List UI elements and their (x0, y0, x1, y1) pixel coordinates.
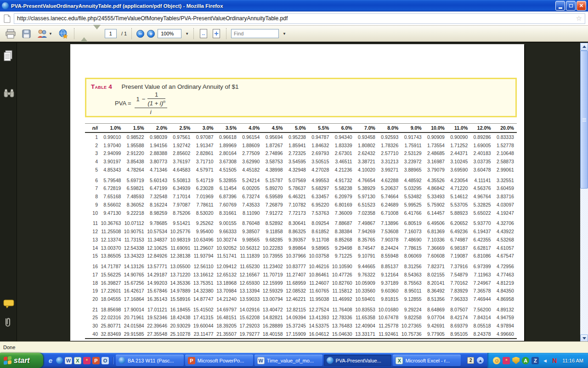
zoom-dropdown-icon[interactable]: ▼ (185, 32, 189, 36)
bookmark-star-icon[interactable]: ☆ (576, 14, 582, 23)
comments-icon[interactable] (3, 299, 14, 310)
taskbar-button-label: Time_value_of_mo... (267, 358, 320, 363)
column-header: 8.0% (378, 125, 401, 131)
value-cell: 3.83716 (494, 194, 517, 199)
value-cell: 6.71008 (378, 210, 401, 216)
restore-button[interactable] (566, 1, 576, 11)
page-proxy-icon[interactable] (0, 14, 14, 23)
zonealarm-icon[interactable]: Z (531, 357, 539, 364)
page-up-icon[interactable] (79, 27, 89, 40)
value-cell: 8.75206 (170, 210, 193, 216)
value-cell: 4.94759 (494, 315, 517, 320)
hide-icons-chevron[interactable]: ▲ (477, 357, 484, 364)
key-icon[interactable]: * (503, 357, 510, 364)
value-cell: 4.86842 (424, 185, 447, 191)
value-cell: 8.06069 (401, 253, 424, 259)
value-cell: 7.60769 (216, 202, 239, 207)
taskbar-button[interactable]: PMicrosoft PowerPo... (185, 355, 253, 366)
value-cell: 15.04630 (332, 331, 355, 337)
minimize-button[interactable] (555, 1, 565, 11)
shield-icon[interactable] (512, 357, 520, 364)
value-cell: 3.76197 (170, 159, 193, 164)
value-cell: 8.36492 (424, 288, 447, 293)
volume-icon[interactable]: ◄ (541, 357, 548, 364)
period-cell: 16 (85, 264, 101, 269)
value-cell: 3.16987 (424, 159, 447, 164)
fit-page-icon[interactable]: ✛ (211, 27, 221, 40)
taskbar-button[interactable]: BA 213 W11 (Pasc... (116, 355, 184, 366)
column-header: 9.0% (401, 125, 424, 131)
attachments-icon[interactable] (3, 317, 12, 330)
outlook-icon[interactable]: O (102, 357, 109, 364)
title-bar: PVA-PresentValueOrdinaryAnnuityTable.pdf… (0, 0, 588, 12)
taskbar-button[interactable]: XMicrosoft Excel - r... (393, 355, 461, 366)
value-cell: 8.75563 (401, 280, 424, 286)
value-cell: 3.80773 (147, 159, 170, 164)
value-cell: 12.15999 (262, 280, 285, 286)
url-input[interactable]: http://classes.lanecc.edu/file.php/24555… (14, 13, 585, 24)
zoom-out-icon[interactable]: − (136, 30, 144, 38)
value-cell: 14.99203 (147, 280, 170, 286)
value-cell: 9.89864 (286, 245, 309, 251)
powerpoint-icon[interactable]: P (92, 357, 100, 364)
save-icon[interactable] (20, 27, 33, 40)
value-cell: 0.99010 (101, 134, 124, 140)
value-cell: 14.21240 (216, 296, 239, 302)
taskbar-button[interactable]: PVA-PresentValue... (324, 355, 392, 366)
value-cell: 14.13126 (124, 264, 147, 269)
period-cell: 17 (85, 272, 101, 277)
find-dropdown-icon[interactable]: ▼ (283, 32, 286, 36)
antivirus-icon[interactable]: A (522, 357, 529, 364)
ie-icon[interactable]: e (47, 357, 54, 364)
firefox-icon[interactable] (56, 357, 63, 364)
value-cell: 9.58965 (309, 245, 332, 251)
period-cell: 21 (85, 307, 101, 312)
value-cell: 11.34837 (147, 237, 170, 242)
page-number-input[interactable] (105, 29, 117, 38)
fit-width-icon[interactable]: ↔ (198, 27, 209, 40)
search-icon[interactable] (3, 89, 15, 100)
taskbar-button[interactable]: WTime_value_of_mo... (254, 355, 322, 366)
language-indicator[interactable]: 2 (467, 357, 474, 364)
key-icon[interactable]: * (83, 357, 90, 364)
value-cell: 11.65358 (355, 315, 378, 320)
value-cell: 7.56200 (470, 307, 493, 312)
start-button[interactable]: start (0, 353, 43, 368)
export-icon[interactable] (57, 27, 69, 40)
period-cell: 19 (85, 288, 101, 293)
value-cell: 7.48593 (124, 194, 147, 199)
value-cell: 11.29607 (193, 245, 216, 251)
document-icon (4, 14, 11, 23)
find-input[interactable] (231, 29, 279, 38)
value-cell: 9.66333 (216, 229, 239, 234)
scroll-up-icon[interactable] (580, 43, 588, 51)
value-cell: 8.76048 (239, 220, 262, 226)
messenger-icon[interactable]: ☺ (493, 357, 500, 364)
value-cell: 29.91585 (124, 331, 147, 337)
close-button[interactable]: ✕ (577, 1, 586, 11)
novell-icon[interactable]: N (551, 357, 558, 364)
page-down-icon[interactable] (92, 27, 102, 40)
collaborate-icon[interactable]: ▼ (35, 27, 54, 40)
value-cell: 9.11708 (309, 237, 332, 242)
value-cell: 5.75902 (424, 202, 447, 207)
value-cell: 8.24424 (378, 245, 401, 251)
value-cell: 8.95011 (401, 288, 424, 293)
print-icon[interactable] (4, 27, 17, 40)
value-cell: 3.54595 (286, 159, 309, 164)
scrollbar-thumb[interactable] (580, 51, 588, 189)
vertical-scrollbar[interactable] (580, 43, 588, 342)
zoom-level-select[interactable]: 100% (158, 29, 181, 38)
excel-icon[interactable]: X (74, 357, 81, 364)
period-cell: 8 (85, 194, 101, 199)
value-cell: 11.95038 (309, 296, 332, 302)
value-cell: 3.10245 (447, 159, 470, 164)
value-cell: 9.47130 (101, 210, 124, 216)
value-cell: 2.57710 (378, 150, 401, 156)
value-cell: 3.69590 (447, 167, 470, 172)
value-cell: 3.90197 (101, 159, 124, 164)
value-cell: 9.95400 (193, 229, 216, 234)
zoom-in-icon[interactable]: + (147, 30, 155, 38)
pages-icon[interactable] (3, 50, 14, 64)
word-icon[interactable]: W (65, 357, 72, 364)
